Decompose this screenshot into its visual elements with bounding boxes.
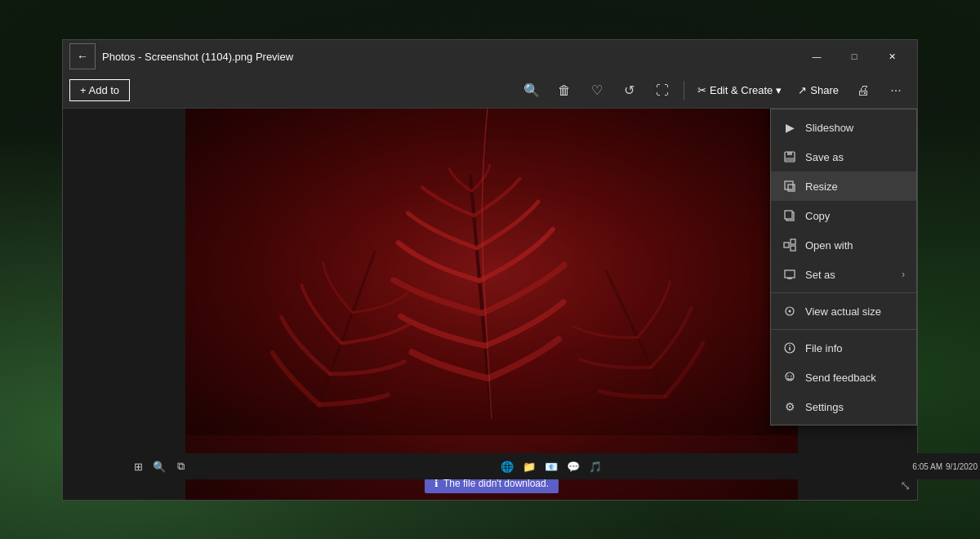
taskbar-task-view[interactable]: ⧉ bbox=[171, 457, 190, 476]
scissors-icon: ✂ bbox=[697, 84, 706, 96]
taskbar-app-3[interactable]: 📧 bbox=[541, 457, 561, 476]
taskbar: ⊞ 🔍 ⧉ 🌐 📁 📧 💬 🎵 6:05 AM 9/1/2020 bbox=[125, 453, 980, 479]
rotate-button[interactable]: ↺ bbox=[615, 76, 644, 105]
taskbar-search[interactable]: 🔍 bbox=[149, 457, 169, 476]
title-bar: ← Photos - Screenshot (1104).png Preview… bbox=[63, 40, 917, 73]
crop-icon: ⛶ bbox=[656, 83, 669, 98]
maximize-button[interactable]: □ bbox=[835, 43, 873, 69]
svg-rect-12 bbox=[784, 243, 789, 247]
print-icon: 🖨 bbox=[857, 83, 870, 98]
menu-separator-2 bbox=[771, 329, 916, 330]
resize-icon bbox=[782, 179, 797, 194]
slideshow-label: Slideshow bbox=[805, 122, 905, 134]
separator bbox=[684, 81, 684, 100]
taskbar-date: 9/1/2020 bbox=[946, 462, 978, 471]
delete-button[interactable]: 🗑 bbox=[550, 76, 579, 105]
svg-point-19 bbox=[789, 310, 791, 313]
more-icon: ··· bbox=[890, 83, 901, 98]
send-feedback-label: Send feedback bbox=[805, 372, 905, 384]
taskbar-start[interactable]: ⊞ bbox=[128, 457, 148, 476]
menu-item-open-with[interactable]: Open with bbox=[771, 230, 916, 260]
zoom-out-button[interactable]: 🔍 bbox=[517, 76, 546, 105]
fern-svg bbox=[185, 109, 798, 435]
copy-icon bbox=[782, 208, 797, 223]
taskbar-time: 6:05 AM bbox=[912, 462, 942, 471]
chevron-down-icon: ▾ bbox=[776, 84, 782, 96]
heart-icon: ♡ bbox=[591, 82, 603, 98]
set-as-arrow: › bbox=[902, 269, 905, 280]
menu-item-resize[interactable]: Resize bbox=[771, 172, 916, 201]
print-button[interactable]: 🖨 bbox=[849, 76, 878, 105]
close-button[interactable]: ✕ bbox=[873, 43, 911, 69]
delete-icon: 🗑 bbox=[558, 83, 571, 98]
zoom-icon: 🔍 bbox=[523, 82, 540, 98]
menu-separator-1 bbox=[771, 292, 916, 293]
rotate-icon: ↺ bbox=[624, 82, 635, 98]
menu-item-copy[interactable]: Copy bbox=[771, 201, 916, 230]
resize-label: Resize bbox=[805, 180, 905, 193]
notification-text: The file didn't download. bbox=[443, 478, 549, 489]
view-actual-size-label: View actual size bbox=[805, 305, 905, 318]
context-menu: ▶ Slideshow Save as bbox=[770, 109, 917, 425]
open-with-label: Open with bbox=[805, 239, 905, 252]
share-label: Share bbox=[810, 84, 839, 96]
svg-point-22 bbox=[789, 345, 791, 346]
image-display: ℹ The file didn't download. bbox=[185, 109, 798, 500]
file-info-icon bbox=[782, 341, 797, 355]
taskbar-app-1[interactable]: 🌐 bbox=[497, 457, 517, 476]
taskbar-right: 6:05 AM 9/1/2020 bbox=[912, 462, 978, 471]
svg-rect-7 bbox=[786, 158, 794, 161]
menu-item-set-as[interactable]: Set as › bbox=[771, 260, 916, 289]
notification-icon: ℹ bbox=[434, 478, 439, 489]
save-as-label: Save as bbox=[805, 151, 905, 163]
open-with-icon bbox=[782, 238, 797, 252]
app-window: ← Photos - Screenshot (1104).png Preview… bbox=[62, 39, 918, 501]
set-as-label: Set as bbox=[805, 269, 893, 281]
file-info-label: File info bbox=[805, 342, 905, 354]
window-title: Photos - Screenshot (1104).png Preview bbox=[102, 51, 798, 63]
menu-item-settings[interactable]: ⚙ Settings bbox=[771, 392, 916, 421]
save-as-icon bbox=[782, 149, 797, 164]
main-area: ℹ The file didn't download. ▶ Slideshow … bbox=[63, 109, 917, 500]
minimize-button[interactable]: — bbox=[798, 43, 835, 69]
share-button[interactable]: ↗ Share bbox=[791, 80, 845, 100]
edit-create-button[interactable]: ✂ Edit & Create ▾ bbox=[691, 80, 788, 100]
menu-item-send-feedback[interactable]: Send feedback bbox=[771, 363, 916, 392]
edit-create-label: Edit & Create bbox=[710, 84, 773, 96]
taskbar-center: 🌐 📁 📧 💬 🎵 bbox=[192, 457, 911, 476]
svg-rect-11 bbox=[785, 211, 792, 219]
window-controls: — □ ✕ bbox=[798, 43, 911, 69]
copy-label: Copy bbox=[805, 210, 905, 222]
crop-button[interactable]: ⛶ bbox=[648, 76, 677, 105]
more-button[interactable]: ··· bbox=[881, 76, 911, 105]
resize-handle[interactable]: ⤡ bbox=[900, 478, 911, 493]
menu-item-save-as[interactable]: Save as bbox=[771, 142, 916, 172]
favorite-button[interactable]: ♡ bbox=[582, 76, 612, 105]
view-actual-size-icon bbox=[782, 304, 797, 318]
toolbar: + Add to 🔍 🗑 ♡ ↺ ⛶ ✂ Edit & Create ▾ ↗ S… bbox=[63, 73, 917, 109]
settings-icon: ⚙ bbox=[782, 399, 797, 414]
add-to-button[interactable]: + Add to bbox=[69, 79, 130, 101]
menu-item-view-actual-size[interactable]: View actual size bbox=[771, 296, 916, 326]
svg-rect-4 bbox=[185, 109, 798, 435]
svg-point-25 bbox=[791, 376, 792, 377]
svg-rect-13 bbox=[791, 239, 795, 244]
svg-rect-8 bbox=[785, 181, 793, 189]
taskbar-app-2[interactable]: 📁 bbox=[519, 457, 539, 476]
svg-point-24 bbox=[787, 376, 789, 377]
svg-rect-9 bbox=[788, 185, 795, 191]
menu-item-file-info[interactable]: File info bbox=[771, 333, 916, 363]
settings-label: Settings bbox=[805, 401, 905, 413]
svg-rect-14 bbox=[791, 246, 795, 251]
taskbar-app-4[interactable]: 💬 bbox=[564, 457, 583, 476]
svg-rect-15 bbox=[785, 270, 795, 278]
send-feedback-icon bbox=[782, 370, 797, 385]
set-as-icon bbox=[782, 267, 797, 282]
back-button[interactable]: ← bbox=[69, 43, 96, 69]
back-icon: ← bbox=[77, 50, 88, 63]
svg-rect-6 bbox=[787, 152, 792, 155]
slideshow-icon: ▶ bbox=[782, 120, 797, 135]
menu-item-slideshow[interactable]: ▶ Slideshow bbox=[771, 113, 916, 142]
taskbar-app-5[interactable]: 🎵 bbox=[586, 457, 605, 476]
share-icon: ↗ bbox=[798, 84, 807, 96]
